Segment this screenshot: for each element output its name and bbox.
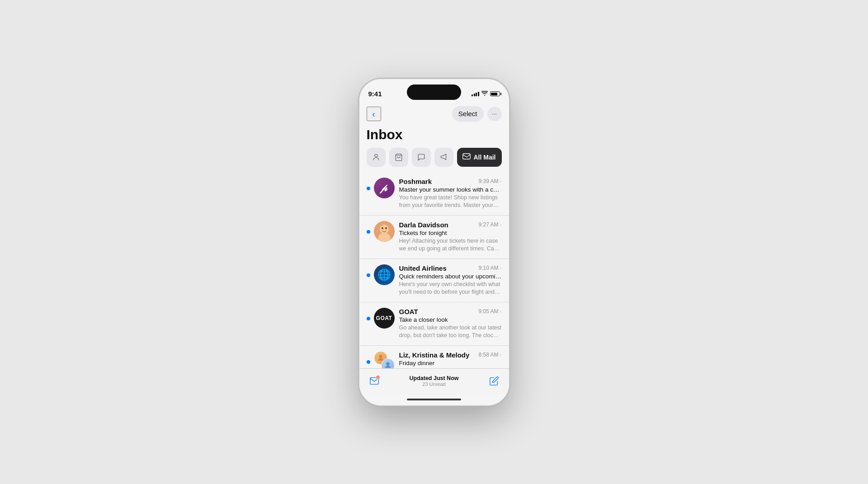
all-mail-label: All Mail — [473, 154, 495, 161]
inbox-header: Inbox — [359, 125, 509, 148]
email-preview-united: Here's your very own checklist with what… — [399, 281, 502, 296]
poshmark-logo-icon: 𝓅 — [382, 182, 387, 194]
email-time-darla: 9:27 AM — [478, 221, 498, 228]
filter-tabs-row: All Mail — [367, 148, 502, 167]
email-header-goat: GOAT 9:05 AM › — [399, 308, 502, 315]
email-preview-goat: Go ahead, take another look at our lates… — [399, 324, 502, 340]
phone-frame: 9:41 ‹ — [359, 78, 510, 406]
battery-fill — [491, 93, 497, 95]
nav-actions: Select ··· — [452, 106, 502, 122]
notification-badge — [376, 375, 380, 380]
svg-point-0 — [375, 154, 377, 157]
email-content-united: United Airlines 9:10 AM › Quick reminder… — [399, 264, 502, 296]
status-time: 9:41 — [368, 90, 382, 98]
group-avatar-container — [374, 351, 395, 368]
svg-point-6 — [382, 227, 383, 229]
email-list: 𝓅 Poshmark 9:39 AM › Master your summer … — [359, 172, 509, 368]
email-time-row-united: 9:10 AM › — [478, 265, 501, 271]
cart-icon — [395, 153, 403, 161]
select-button[interactable]: Select — [452, 106, 484, 122]
bottom-bar: Updated Just Now 23 Unread — [359, 368, 509, 394]
email-content-group: Liz, Kristina & Melody 8:58 AM › Friday … — [399, 351, 502, 368]
goat-logo-text: GOAT — [376, 315, 392, 321]
email-item-poshmark[interactable]: 𝓅 Poshmark 9:39 AM › Master your summer … — [359, 172, 509, 216]
signal-bar-3 — [476, 93, 477, 96]
unread-dot-united — [367, 273, 370, 277]
inbox-title: Inbox — [367, 127, 502, 142]
email-subject-united: Quick reminders about your upcoming... — [399, 273, 502, 280]
email-time-row-poshmark: 9:39 AM › — [478, 178, 501, 184]
unread-dot-group — [367, 360, 370, 364]
email-sender-group: Liz, Kristina & Melody — [399, 351, 470, 359]
svg-point-8 — [379, 355, 382, 358]
filter-tab-person[interactable] — [367, 148, 386, 167]
avatar-darla — [374, 221, 395, 242]
all-mail-icon — [462, 153, 471, 161]
email-sender-poshmark: Poshmark — [399, 178, 432, 185]
email-time-group: 8:58 AM — [478, 352, 498, 358]
email-item-united[interactable]: 🌐 United Airlines 9:10 AM › Quick remind… — [359, 259, 509, 302]
email-preview-group: Wow, I love the formality of this invite… — [399, 367, 502, 368]
filter-tab-chat[interactable] — [412, 148, 431, 167]
email-subject-goat: Take a closer look — [399, 316, 502, 323]
globe-icon: 🌐 — [377, 268, 391, 281]
filter-tab-shopping[interactable] — [389, 148, 408, 167]
email-content-darla: Darla Davidson 9:27 AM › Tickets for ton… — [399, 221, 502, 253]
signal-bars-icon — [472, 92, 479, 96]
unread-dot-goat — [367, 317, 370, 320]
unread-dot-poshmark — [367, 187, 370, 190]
email-content-poshmark: Poshmark 9:39 AM › Master your summer lo… — [399, 178, 502, 210]
email-sender-darla: Darla Davidson — [399, 221, 448, 229]
chevron-right-icon: › — [500, 178, 502, 184]
email-time-row-group: 8:58 AM › — [478, 352, 501, 358]
email-time-row-goat: 9:05 AM › — [478, 308, 501, 315]
chat-icon — [417, 153, 425, 161]
megaphone-icon — [440, 153, 448, 161]
email-item-darla[interactable]: Darla Davidson 9:27 AM › Tickets for ton… — [359, 216, 509, 259]
email-header-darla: Darla Davidson 9:27 AM › — [399, 221, 502, 229]
unread-dot-darla — [367, 230, 370, 234]
email-preview-darla: Hey! Attaching your tickets here in case… — [399, 237, 502, 253]
email-header-group: Liz, Kristina & Melody 8:58 AM › — [399, 351, 502, 359]
wifi-icon — [481, 91, 488, 97]
chevron-right-icon-group: › — [500, 352, 502, 358]
all-mail-button[interactable]: All Mail — [457, 148, 502, 167]
email-item-group[interactable]: Liz, Kristina & Melody 8:58 AM › Friday … — [359, 346, 509, 368]
update-status-title: Updated Just Now — [382, 375, 486, 381]
compose-icon — [489, 376, 499, 386]
email-subject-group: Friday dinner — [399, 360, 502, 367]
home-bar — [407, 399, 461, 400]
email-subject-darla: Tickets for tonight — [399, 230, 502, 236]
email-time-row-darla: 9:27 AM › — [478, 221, 501, 228]
signal-bar-2 — [474, 94, 475, 96]
status-icons — [472, 91, 500, 97]
group-face-2-icon — [384, 361, 392, 368]
svg-point-7 — [385, 227, 387, 229]
compose-button[interactable] — [486, 373, 502, 389]
main-content: Inbox — [359, 125, 509, 394]
person-icon — [372, 153, 380, 161]
email-item-goat[interactable]: GOAT GOAT 9:05 AM › Take a closer look G… — [359, 302, 509, 346]
svg-point-9 — [386, 362, 390, 366]
back-button[interactable]: ‹ — [367, 107, 381, 121]
filter-tab-promo[interactable] — [434, 148, 453, 167]
filter-tabs: All Mail — [359, 148, 509, 172]
dynamic-island — [407, 85, 461, 100]
battery-icon — [490, 91, 500, 96]
email-header-poshmark: Poshmark 9:39 AM › — [399, 178, 502, 185]
signal-bar-1 — [472, 94, 473, 96]
update-status: Updated Just Now 23 Unread — [382, 375, 486, 387]
chevron-right-icon-goat: › — [500, 308, 502, 315]
svg-point-4 — [380, 225, 389, 234]
more-dots-icon: ··· — [492, 111, 497, 117]
more-button[interactable]: ··· — [487, 107, 502, 121]
svg-rect-2 — [463, 154, 471, 159]
mailbox-button[interactable] — [367, 373, 382, 389]
nav-bar: ‹ Select ··· — [359, 103, 509, 125]
email-header-united: United Airlines 9:10 AM › — [399, 264, 502, 272]
home-indicator — [359, 394, 509, 405]
email-content-goat: GOAT 9:05 AM › Take a closer look Go ahe… — [399, 308, 502, 340]
avatar-goat: GOAT — [374, 308, 395, 329]
back-chevron-icon: ‹ — [372, 109, 375, 118]
email-time-goat: 9:05 AM — [478, 308, 498, 315]
